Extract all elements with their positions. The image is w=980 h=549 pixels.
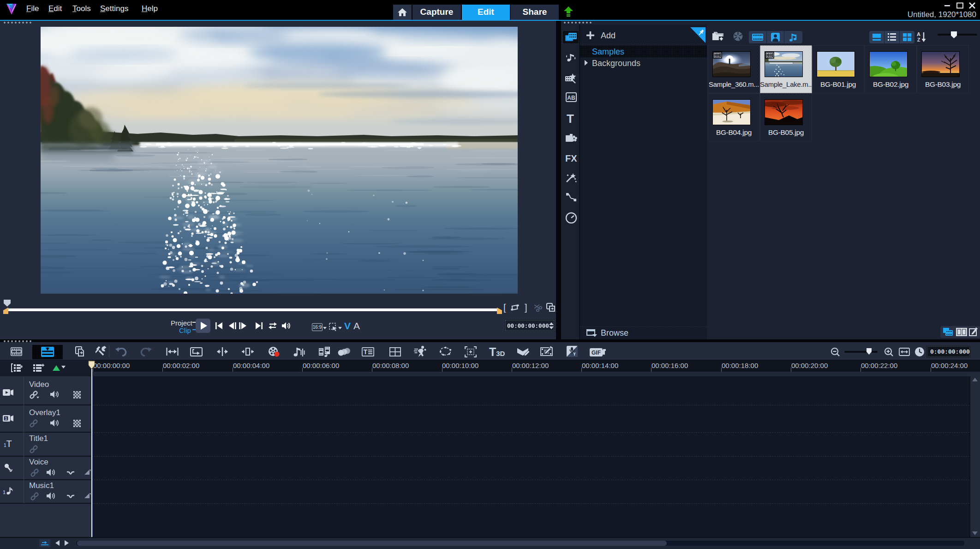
- svg-text:T: T: [364, 348, 368, 356]
- svg-text:AB: AB: [567, 95, 575, 101]
- svg-text:1: 1: [3, 489, 6, 495]
- svg-text:T: T: [573, 352, 576, 356]
- svg-text:Z: Z: [917, 37, 920, 42]
- svg-text:1: 1: [5, 416, 7, 421]
- svg-text:A: A: [917, 31, 920, 37]
- svg-text:GIF: GIF: [592, 350, 601, 356]
